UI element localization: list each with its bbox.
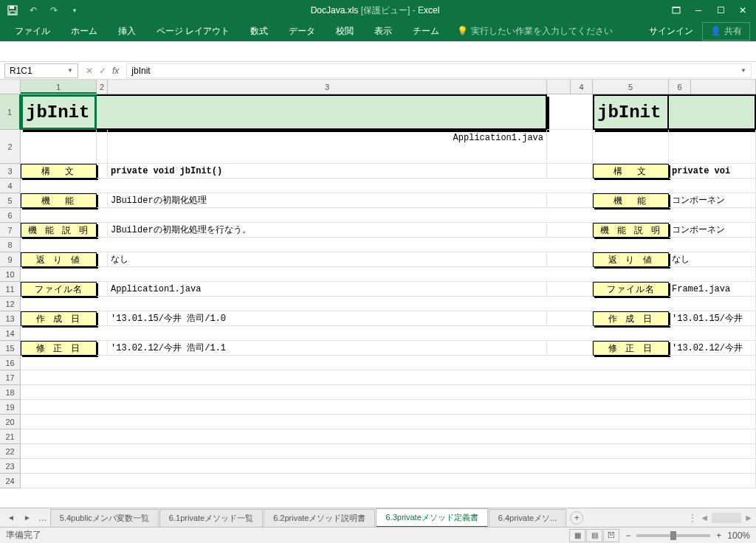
col-header[interactable] — [547, 80, 571, 94]
cell[interactable] — [547, 252, 593, 267]
cell[interactable] — [21, 326, 756, 341]
cell[interactable] — [21, 297, 756, 311]
cell[interactable] — [97, 193, 108, 208]
page-break-view-icon[interactable]: 凹 — [603, 529, 619, 542]
label-func[interactable]: 機 能 — [593, 193, 669, 208]
row-header[interactable]: 13 — [0, 311, 21, 326]
cell[interactable] — [97, 282, 108, 297]
ribbon-options-icon[interactable] — [666, 1, 687, 19]
cell[interactable] — [21, 415, 756, 429]
scrollbar-divider-icon[interactable]: ⋮ — [688, 513, 697, 523]
name-box[interactable]: R1C1▼ — [4, 63, 78, 78]
save-icon[interactable] — [3, 1, 22, 19]
fx-icon[interactable]: fx — [112, 66, 119, 76]
cell[interactable] — [547, 164, 593, 179]
row-header[interactable]: 18 — [0, 385, 21, 400]
cell[interactable] — [547, 94, 593, 130]
cell[interactable] — [21, 459, 756, 474]
cell[interactable] — [97, 341, 108, 356]
tellme-search[interactable]: 💡実行したい作業を入力してください — [457, 25, 613, 38]
cell[interactable] — [21, 356, 756, 370]
zoom-level[interactable]: 100% — [727, 530, 750, 541]
cell[interactable] — [21, 238, 756, 252]
cell[interactable] — [547, 130, 593, 164]
label-mod[interactable]: 修 正 日 — [593, 341, 669, 356]
col-header[interactable]: 1 — [21, 80, 97, 94]
sheet-tab[interactable]: 6.4privateメソ... — [489, 509, 566, 527]
label-ret[interactable]: 返 り 値 — [21, 252, 97, 267]
tab-insert[interactable]: 挿入 — [109, 21, 145, 42]
col-header[interactable]: 6 — [669, 80, 691, 94]
cell[interactable]: '13.01.15/今井 — [669, 311, 756, 326]
normal-view-icon[interactable]: ▦ — [569, 529, 585, 542]
cell[interactable]: private voi — [669, 164, 756, 179]
cell[interactable] — [97, 94, 547, 130]
tab-team[interactable]: チーム — [404, 21, 448, 42]
page-layout-view-icon[interactable]: ▤ — [586, 529, 602, 542]
cell[interactable] — [97, 252, 108, 267]
cell[interactable]: '13.01.15/今井 浩司/1.0 — [108, 311, 547, 326]
redo-icon[interactable]: ↷ — [44, 1, 63, 19]
col-header[interactable]: 5 — [593, 80, 669, 94]
row-header[interactable]: 14 — [0, 326, 21, 341]
row-header[interactable]: 4 — [0, 179, 21, 193]
row-header[interactable]: 1 — [0, 94, 21, 130]
cell[interactable]: コンポーネン — [669, 223, 756, 238]
spreadsheet-grid[interactable]: 1 2 3 4 5 6 1 jbInit jbInit 2 Applicatio… — [0, 80, 756, 508]
cell[interactable] — [669, 94, 756, 130]
row-header[interactable]: 6 — [0, 208, 21, 223]
cell[interactable]: '13.02.12/今井 浩司/1.1 — [108, 341, 547, 356]
cell[interactable] — [21, 429, 756, 444]
signin-link[interactable]: サインイン — [649, 25, 693, 38]
row-header[interactable]: 17 — [0, 370, 21, 385]
expand-formula-icon[interactable]: ▼ — [740, 67, 746, 74]
cell[interactable]: Application1.java — [108, 282, 547, 297]
row-header[interactable]: 21 — [0, 429, 21, 444]
row-header[interactable]: 9 — [0, 252, 21, 267]
cell[interactable] — [21, 385, 756, 400]
cell[interactable] — [21, 267, 756, 282]
formula-input[interactable]: jbInit▼ — [126, 63, 752, 78]
label-mod[interactable]: 修 正 日 — [21, 341, 97, 356]
label-ret[interactable]: 返 り 値 — [593, 252, 669, 267]
label-create[interactable]: 作 成 日 — [21, 311, 97, 326]
scroll-left-icon[interactable]: ◄ — [700, 513, 709, 523]
label-file[interactable]: ファイル名 — [21, 282, 97, 297]
cell-title[interactable]: jbInit — [21, 94, 97, 130]
cell[interactable] — [21, 400, 756, 415]
label-desc[interactable]: 機 能 説 明 — [593, 223, 669, 238]
cell[interactable] — [21, 370, 756, 385]
chevron-down-icon[interactable]: ▼ — [67, 67, 73, 74]
row-header[interactable]: 12 — [0, 297, 21, 311]
cell[interactable] — [593, 130, 669, 164]
cell[interactable] — [21, 208, 756, 223]
tab-view[interactable]: 表示 — [365, 21, 401, 42]
scroll-right-icon[interactable]: ► — [744, 513, 753, 523]
row-header[interactable]: 19 — [0, 400, 21, 415]
more-tabs-icon[interactable]: … — [35, 513, 50, 523]
cell[interactable] — [547, 341, 593, 356]
cell[interactable] — [21, 130, 97, 164]
row-header[interactable]: 11 — [0, 282, 21, 297]
cell[interactable]: なし — [108, 252, 547, 267]
sheet-tab[interactable]: 5.4publicメンバ変数一覧 — [50, 509, 159, 527]
label-func[interactable]: 機 能 — [21, 193, 97, 208]
qat-dropdown-icon[interactable]: ▼ — [65, 1, 84, 19]
cell[interactable]: Frame1.java — [669, 282, 756, 297]
row-header[interactable]: 10 — [0, 267, 21, 282]
confirm-formula-icon[interactable]: ✓ — [99, 66, 106, 76]
col-header[interactable] — [691, 80, 756, 94]
maximize-icon[interactable]: ☐ — [710, 1, 731, 19]
tab-home[interactable]: ホーム — [62, 21, 106, 42]
zoom-slider[interactable] — [636, 534, 710, 537]
cell[interactable] — [669, 130, 756, 164]
cell[interactable] — [21, 474, 756, 488]
cell[interactable] — [21, 179, 756, 193]
row-header[interactable]: 7 — [0, 223, 21, 238]
new-sheet-button[interactable]: + — [570, 511, 583, 525]
row-header[interactable]: 5 — [0, 193, 21, 208]
cell[interactable] — [547, 193, 593, 208]
horizontal-scrollbar[interactable] — [712, 513, 741, 523]
cell-title[interactable]: jbInit — [593, 94, 669, 130]
tab-formulas[interactable]: 数式 — [241, 21, 277, 42]
